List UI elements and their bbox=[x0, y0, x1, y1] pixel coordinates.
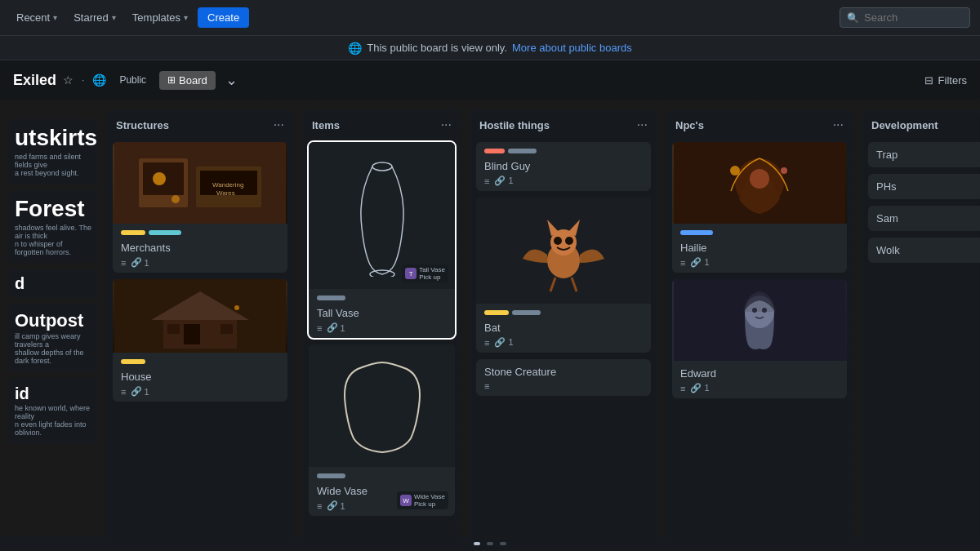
npcs-menu-button[interactable]: ··· bbox=[833, 118, 844, 132]
bat-attach: 🔗 1 bbox=[494, 337, 513, 348]
public-button[interactable]: Public bbox=[113, 71, 153, 89]
outskirts-desc-2: shadows feel alive. The air is thickn to… bbox=[15, 224, 91, 256]
merchants-body: Merchants ≡ 🔗 1 bbox=[113, 224, 287, 273]
board-canvas: utskirts ned farms and silent fields giv… bbox=[0, 100, 980, 551]
filters-button[interactable]: ⊟ Filters bbox=[924, 74, 967, 87]
board-title: Exiled bbox=[13, 72, 56, 89]
outskirts-title-2: Forest bbox=[15, 197, 91, 222]
tall-vase-body: Tall Vase ≡ 🔗 1 bbox=[309, 289, 455, 338]
items-menu-button[interactable]: ··· bbox=[441, 118, 452, 132]
templates-menu[interactable]: Templates ▾ bbox=[126, 8, 194, 27]
hailie-label-blue bbox=[680, 230, 713, 235]
board-view-button[interactable]: ⊞ Board bbox=[159, 71, 216, 90]
svg-point-34 bbox=[762, 308, 767, 313]
items-header: Items ··· bbox=[302, 109, 461, 139]
banner-message: This public board is view only. bbox=[367, 42, 507, 54]
hailie-card[interactable]: Hailie ≡ 🔗 1 bbox=[672, 142, 847, 273]
svg-rect-14 bbox=[167, 324, 180, 334]
svg-point-30 bbox=[781, 167, 787, 174]
merchants-labels bbox=[121, 230, 279, 238]
hailie-labels bbox=[680, 230, 839, 238]
npcs-column: Npc's ··· bbox=[666, 109, 853, 541]
stone-creature-card[interactable]: Stone Creature ≡ bbox=[476, 359, 651, 396]
edward-card[interactable]: Edward ≡ 🔗 1 bbox=[672, 279, 847, 398]
development-body: Trap PHs Sam Wolk bbox=[862, 139, 980, 541]
house-image bbox=[113, 279, 287, 353]
npcs-title: Npc's bbox=[675, 119, 704, 131]
outskirts-card-1[interactable]: utskirts ned farms and silent fields giv… bbox=[8, 119, 98, 184]
wide-vase-desc-icon: ≡ bbox=[317, 501, 322, 511]
tall-vase-attachment: 🔗 1 bbox=[327, 322, 345, 333]
merchants-card[interactable]: Wandering Wares Merchants bbox=[113, 142, 287, 273]
items-body: T Tall VasePick up Tall Vase ≡ 🔗 1 bbox=[302, 139, 461, 541]
house-svg bbox=[114, 279, 286, 353]
edward-attach: 🔗 1 bbox=[690, 383, 709, 393]
trap-card[interactable]: Trap bbox=[868, 142, 980, 167]
hostile-menu-button[interactable]: ··· bbox=[637, 118, 648, 132]
outskirts-title-3: d bbox=[15, 274, 91, 293]
separator: · bbox=[82, 74, 84, 86]
development-header: Development ··· bbox=[862, 109, 980, 139]
blind-guy-meta: ≡ 🔗 1 bbox=[484, 176, 643, 186]
structures-menu-button[interactable]: ··· bbox=[274, 118, 284, 132]
hailie-svg bbox=[674, 142, 845, 224]
edward-svg bbox=[674, 279, 845, 361]
house-labels bbox=[121, 359, 279, 367]
bat-card[interactable]: Bat ≡ 🔗 1 bbox=[476, 198, 651, 353]
structures-body: Wandering Wares Merchants bbox=[106, 139, 294, 541]
recent-menu[interactable]: Recent ▾ bbox=[10, 8, 64, 27]
development-column: Development ··· Trap PHs Sam Wolk bbox=[862, 109, 980, 541]
columns-container: utskirts ned farms and silent fields giv… bbox=[0, 100, 980, 551]
star-icon[interactable]: ☆ bbox=[63, 73, 74, 87]
house-card[interactable]: House ≡ 🔗 1 bbox=[113, 279, 287, 402]
outskirts-title-5: id bbox=[15, 384, 91, 402]
stone-creature-meta: ≡ bbox=[484, 381, 643, 391]
svg-point-8 bbox=[172, 195, 180, 203]
outskirts-desc-1: ned farms and silent fields givea rest b… bbox=[15, 153, 91, 177]
phs-card[interactable]: PHs bbox=[868, 174, 980, 199]
blind-guy-body: Blind Guy ≡ 🔗 1 bbox=[476, 142, 651, 191]
outskirts-card-4[interactable]: Outpost ill camp gives weary travelers a… bbox=[8, 304, 98, 371]
edward-desc: ≡ bbox=[680, 384, 685, 393]
edward-meta: ≡ 🔗 1 bbox=[680, 383, 839, 393]
blind-guy-card[interactable]: Blind Guy ≡ 🔗 1 bbox=[476, 142, 651, 191]
sam-card[interactable]: Sam bbox=[868, 206, 980, 231]
npcs-body: Hailie ≡ 🔗 1 bbox=[666, 139, 853, 541]
phs-title: PHs bbox=[876, 180, 897, 193]
starred-menu[interactable]: Starred ▾ bbox=[67, 8, 122, 27]
tall-vase-label bbox=[317, 295, 345, 300]
view-options-button[interactable]: ⌄ bbox=[222, 68, 241, 92]
svg-point-33 bbox=[752, 308, 757, 313]
bat-label-yellow bbox=[484, 310, 509, 315]
svg-line-25 bbox=[572, 278, 577, 291]
search-input[interactable] bbox=[864, 11, 963, 24]
outskirts-card-2[interactable]: Forest shadows feel alive. The air is th… bbox=[8, 190, 98, 263]
scroll-dot-1 bbox=[474, 542, 480, 545]
globe-small-icon: 🌐 bbox=[92, 73, 106, 87]
templates-chevron: ▾ bbox=[184, 13, 188, 22]
wolk-card[interactable]: Wolk bbox=[868, 238, 980, 263]
wide-vase-card[interactable]: W Wide VasePick up Wide Vase ≡ 🔗 1 bbox=[309, 344, 455, 516]
svg-point-13 bbox=[234, 305, 239, 310]
tall-vase-desc-icon: ≡ bbox=[317, 323, 322, 333]
search-box[interactable]: 🔍 bbox=[840, 7, 970, 28]
tall-vase-card[interactable]: T Tall VasePick up Tall Vase ≡ 🔗 1 bbox=[309, 142, 455, 338]
desc-icon-2: ≡ bbox=[121, 387, 126, 397]
outskirts-card-5[interactable]: id he known world, where realityn even l… bbox=[8, 378, 98, 443]
wide-vase-image: W Wide VasePick up bbox=[309, 344, 455, 467]
svg-rect-12 bbox=[184, 324, 200, 344]
hailie-attach: 🔗 1 bbox=[690, 257, 709, 268]
banner-link[interactable]: More about public boards bbox=[512, 42, 632, 54]
svg-point-29 bbox=[730, 166, 740, 176]
svg-point-22 bbox=[554, 237, 562, 245]
hostile-title: Hostile things bbox=[479, 119, 550, 131]
board-icon: ⊞ bbox=[167, 74, 176, 86]
outskirts-card-3[interactable]: d bbox=[8, 269, 98, 298]
tall-vase-overlay: T Tall VasePick up bbox=[402, 264, 448, 282]
filter-icon: ⊟ bbox=[924, 74, 933, 87]
create-button[interactable]: Create bbox=[198, 7, 249, 28]
hailie-desc: ≡ bbox=[680, 258, 685, 268]
tall-vase-image: T Tall VasePick up bbox=[309, 142, 455, 289]
stone-creature-body: Stone Creature ≡ bbox=[476, 359, 651, 396]
desc-icon: ≡ bbox=[121, 258, 126, 268]
